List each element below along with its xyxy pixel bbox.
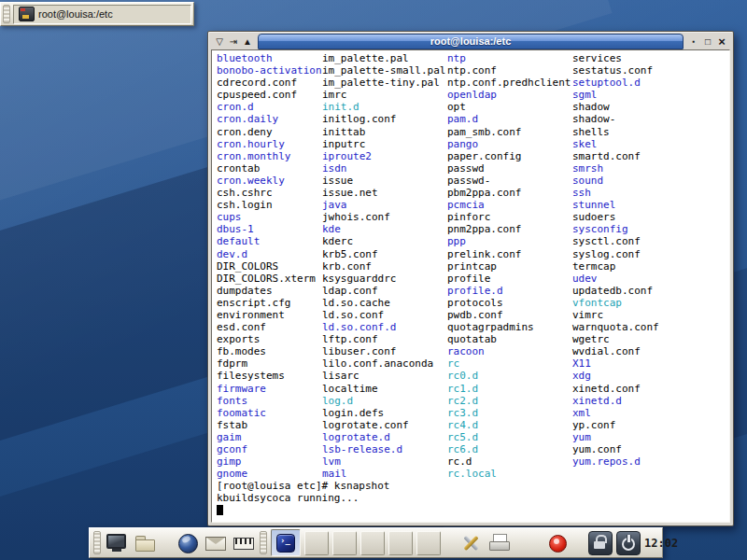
- listing-row: cron.denyinittabpam_smb.confshells: [217, 126, 729, 138]
- listing-row: csh.cshrcissue.netpbm2ppa.confssh: [217, 187, 729, 199]
- listing-row: cron.monthlyiproute2paper.configsmartd.c…: [217, 150, 729, 162]
- listing-row: fb.modeslibuser.confracoonwvdial.conf: [217, 345, 729, 357]
- file-entry: rc6.d: [447, 443, 572, 455]
- listing-row: dbus-1kdepnm2ppa.confsysconfig: [217, 223, 729, 235]
- prompt-line: [root@louisa etc]# ksnapshot: [217, 480, 729, 492]
- tools-icon: [460, 532, 483, 554]
- file-entry: wgetrc: [572, 333, 610, 345]
- file-entry: filesystems: [217, 370, 322, 382]
- panel-items: 12:02: [90, 528, 662, 557]
- music-keyboard-icon: [233, 532, 255, 554]
- file-entry: im_palette-tiny.pal: [322, 77, 447, 89]
- listing-row: esd.confld.so.conf.dquotagrpadminswarnqu…: [217, 321, 729, 333]
- terminal-monitor-launcher[interactable]: [105, 530, 129, 555]
- file-entry: opt: [447, 101, 572, 113]
- listing-row: foomaticlogin.defsrc3.dxml: [217, 407, 729, 419]
- alert-red-launcher[interactable]: [545, 530, 570, 555]
- file-entry: issue.net: [322, 187, 447, 199]
- listing-row: defaultkdercpppsysctl.conf: [217, 235, 729, 247]
- mail-launcher[interactable]: [204, 530, 228, 555]
- file-entry: gnome: [217, 468, 322, 480]
- eject-icon[interactable]: ▲: [241, 35, 254, 49]
- listing-row: cron.dailyinitlog.confpam.dshadow-: [217, 113, 729, 125]
- printer-launcher[interactable]: [487, 530, 512, 555]
- file-entry: yum.conf: [572, 443, 622, 455]
- file-entry: im_palette.pal: [322, 52, 447, 64]
- alert-red-icon: [546, 532, 569, 554]
- file-entry: cron.d: [217, 101, 322, 113]
- music-keyboard-launcher[interactable]: [232, 530, 256, 555]
- clock[interactable]: 12:02: [644, 537, 682, 550]
- file-entry: log.d: [322, 395, 447, 407]
- file-entry: cups: [217, 211, 322, 223]
- file-entry: ssh: [572, 187, 591, 199]
- file-entry: racoon: [447, 345, 572, 357]
- empty-launcher-slot[interactable]: [416, 531, 441, 555]
- file-entry: udev: [572, 273, 598, 285]
- file-entry: rc: [447, 357, 572, 370]
- file-entry: syslog.conf: [572, 248, 641, 260]
- listing-row: crontabisdnpasswdsmrsh: [217, 162, 729, 175]
- file-entry: dev.d: [217, 248, 322, 260]
- tab-detach-icon[interactable]: ⇥: [227, 35, 240, 49]
- listing-row: fstablogrotate.confrc4.dyp.conf: [217, 419, 729, 431]
- file-entry: esd.conf: [217, 321, 322, 333]
- titlebar-icons: ▽⇥▲: [211, 35, 256, 49]
- listing-row: cdrecord.confim_palette-tiny.palntp.conf…: [217, 77, 729, 89]
- file-entry: gimp: [217, 455, 322, 468]
- listing-row: bluetoothim_palette.palntpservices: [217, 52, 729, 64]
- file-entry: pbm2ppa.conf: [447, 187, 572, 199]
- file-entry: yp.conf: [572, 419, 615, 431]
- file-entry: pinforc: [447, 211, 572, 223]
- panel-hide-handle[interactable]: [93, 531, 101, 554]
- file-entry: warnquota.conf: [572, 321, 659, 333]
- file-entry: ntp: [447, 52, 572, 64]
- folder-launcher[interactable]: [133, 530, 157, 555]
- file-entry: pwdb.conf: [447, 309, 572, 321]
- tools-launcher[interactable]: [459, 530, 484, 555]
- file-entry: environment: [217, 309, 322, 321]
- taskbar-applet-handle[interactable]: [260, 531, 267, 554]
- listing-row: exportslftp.confquotatabwgetrc: [217, 333, 729, 345]
- power-button[interactable]: [616, 531, 641, 555]
- file-entry: rc3.d: [447, 407, 572, 419]
- file-entry: lisarc: [322, 370, 447, 382]
- close-button[interactable]: ×: [715, 35, 728, 49]
- file-entry: init.d: [322, 101, 447, 113]
- file-entry: inputrc: [322, 138, 447, 150]
- file-entry: profile: [447, 273, 572, 285]
- file-entry: firmware: [217, 383, 322, 395]
- taskbar-active-task[interactable]: [271, 529, 301, 556]
- terminal-cursor: [217, 505, 223, 515]
- file-entry: updatedb.conf: [572, 285, 653, 297]
- maximize-button[interactable]: □: [701, 35, 714, 49]
- taskbar-task-button[interactable]: root@louisa:/etc: [13, 5, 191, 24]
- listing-row: firmwarelocaltimerc1.dxinetd.conf: [217, 383, 729, 395]
- cursor-line: [217, 504, 729, 516]
- desktop: root@louisa:/etc ▽⇥▲ root@louisa:/etc ▪□…: [0, 0, 747, 560]
- listing-row: cron.dinit.doptshadow: [217, 101, 729, 113]
- file-entry: fonts: [217, 395, 322, 407]
- file-entry: mail: [322, 468, 447, 480]
- empty-launcher-slot[interactable]: [332, 531, 357, 555]
- terminal-screen[interactable]: bluetoothim_palette.palntpservicesbonobo…: [211, 49, 730, 523]
- panel-drag-handle[interactable]: [3, 5, 10, 23]
- file-entry: fdprm: [217, 357, 322, 370]
- empty-launcher-slot[interactable]: [304, 531, 329, 555]
- file-entry: lilo.conf.anaconda: [322, 357, 447, 370]
- file-entry: dbus-1: [217, 223, 322, 235]
- file-entry: enscript.cfg: [217, 297, 322, 309]
- window-titlebar[interactable]: ▽⇥▲ root@louisa:/etc ▪□×: [211, 34, 730, 49]
- lock-button[interactable]: [588, 531, 613, 555]
- globe-launcher[interactable]: [176, 530, 200, 555]
- file-entry: prelink.conf: [447, 248, 572, 260]
- listing-row: DIR_COLORS.xtermksysguarddrcprofileudev: [217, 273, 729, 285]
- empty-launcher-slot[interactable]: [360, 531, 385, 555]
- menu-triangle-icon[interactable]: ▽: [213, 35, 226, 49]
- file-entry: foomatic: [217, 407, 322, 419]
- file-entry: pcmcia: [447, 199, 572, 211]
- file-entry: sound: [572, 175, 603, 187]
- file-entry: xinetd.d: [572, 395, 622, 407]
- empty-launcher-slot[interactable]: [388, 531, 413, 555]
- minimize-button[interactable]: ▪: [687, 35, 700, 49]
